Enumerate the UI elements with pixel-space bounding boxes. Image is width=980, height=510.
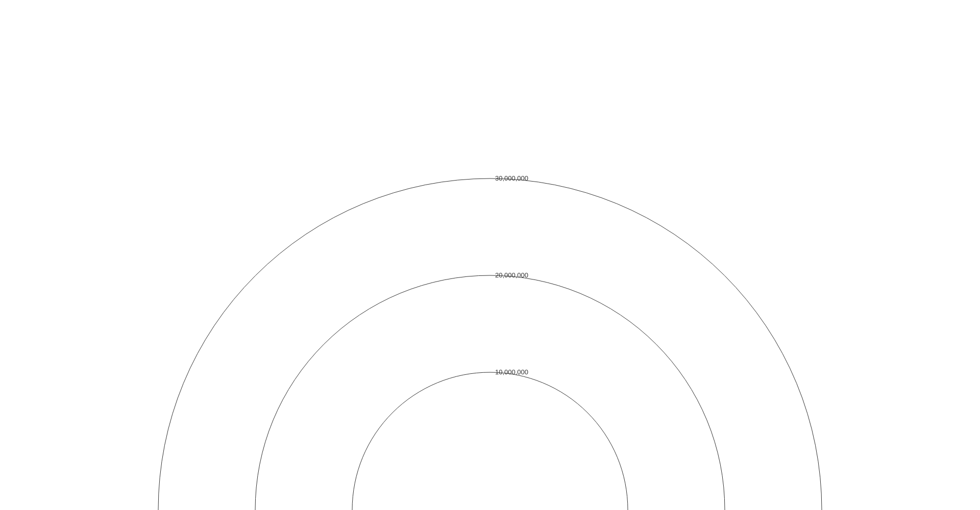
svg-point-4 bbox=[158, 178, 822, 510]
svg-point-0 bbox=[352, 372, 628, 510]
chart-container: 10,000,00020,000,00030,000,000 bbox=[0, 0, 980, 510]
svg-text:20,000,000: 20,000,000 bbox=[495, 271, 528, 279]
legend bbox=[327, 439, 343, 449]
svg-point-2 bbox=[255, 275, 725, 510]
svg-text:30,000,000: 30,000,000 bbox=[495, 174, 528, 182]
svg-text:10,000,000: 10,000,000 bbox=[495, 368, 528, 376]
radial-chart: 10,000,00020,000,00030,000,000 bbox=[0, 0, 980, 510]
